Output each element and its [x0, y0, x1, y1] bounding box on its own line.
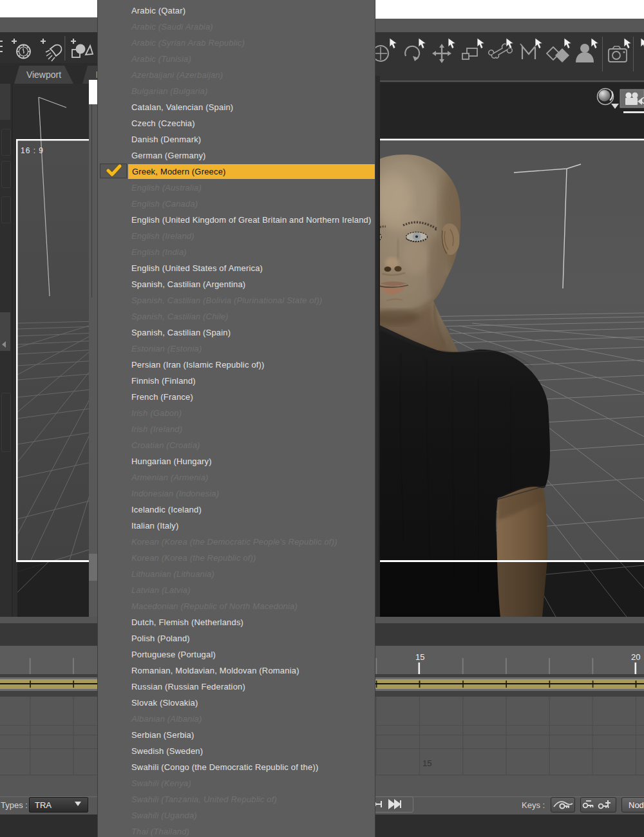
svg-text:20: 20 — [631, 652, 640, 662]
svg-text:Keys :: Keys : — [522, 800, 545, 810]
svg-text:C: C — [641, 95, 644, 106]
svg-text:16 : 9: 16 : 9 — [21, 146, 44, 155]
svg-text:15: 15 — [422, 758, 431, 768]
svg-text:15: 15 — [415, 652, 424, 662]
svg-text:Types :: Types : — [1, 800, 28, 810]
